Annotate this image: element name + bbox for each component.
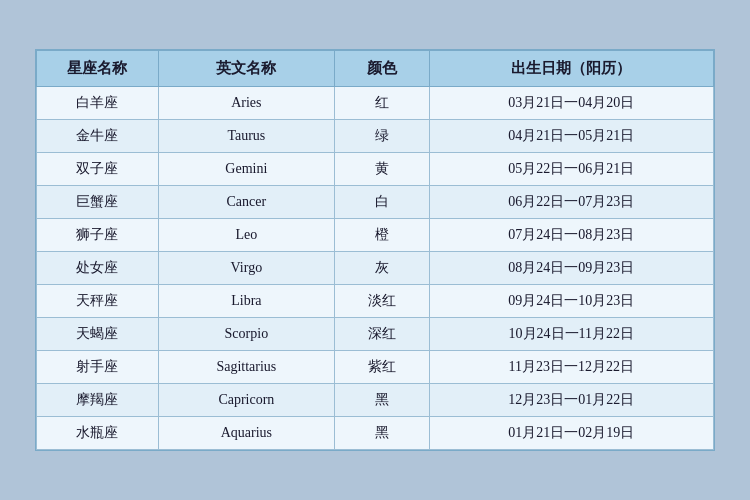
- cell-english: Scorpio: [158, 318, 334, 351]
- table-row: 水瓶座Aquarius黑01月21日一02月19日: [37, 417, 714, 450]
- cell-color: 橙: [334, 219, 429, 252]
- zodiac-table: 星座名称 英文名称 颜色 出生日期（阳历） 白羊座Aries红03月21日一04…: [36, 50, 714, 450]
- cell-english: Taurus: [158, 120, 334, 153]
- cell-date: 05月22日一06月21日: [429, 153, 713, 186]
- cell-date: 12月23日一01月22日: [429, 384, 713, 417]
- cell-color: 紫红: [334, 351, 429, 384]
- cell-color: 黄: [334, 153, 429, 186]
- cell-chinese: 双子座: [37, 153, 159, 186]
- cell-english: Sagittarius: [158, 351, 334, 384]
- cell-chinese: 摩羯座: [37, 384, 159, 417]
- header-chinese: 星座名称: [37, 51, 159, 87]
- cell-chinese: 金牛座: [37, 120, 159, 153]
- cell-color: 红: [334, 87, 429, 120]
- header-date: 出生日期（阳历）: [429, 51, 713, 87]
- cell-chinese: 狮子座: [37, 219, 159, 252]
- cell-date: 11月23日一12月22日: [429, 351, 713, 384]
- cell-date: 04月21日一05月21日: [429, 120, 713, 153]
- header-english: 英文名称: [158, 51, 334, 87]
- table-body: 白羊座Aries红03月21日一04月20日金牛座Taurus绿04月21日一0…: [37, 87, 714, 450]
- cell-date: 06月22日一07月23日: [429, 186, 713, 219]
- cell-chinese: 巨蟹座: [37, 186, 159, 219]
- table-row: 摩羯座Capricorn黑12月23日一01月22日: [37, 384, 714, 417]
- cell-date: 01月21日一02月19日: [429, 417, 713, 450]
- table-row: 双子座Gemini黄05月22日一06月21日: [37, 153, 714, 186]
- cell-color: 淡红: [334, 285, 429, 318]
- table-header-row: 星座名称 英文名称 颜色 出生日期（阳历）: [37, 51, 714, 87]
- cell-english: Leo: [158, 219, 334, 252]
- cell-date: 08月24日一09月23日: [429, 252, 713, 285]
- cell-chinese: 天蝎座: [37, 318, 159, 351]
- cell-date: 10月24日一11月22日: [429, 318, 713, 351]
- table-row: 处女座Virgo灰08月24日一09月23日: [37, 252, 714, 285]
- cell-english: Virgo: [158, 252, 334, 285]
- cell-color: 黑: [334, 384, 429, 417]
- table-row: 射手座Sagittarius紫红11月23日一12月22日: [37, 351, 714, 384]
- cell-chinese: 白羊座: [37, 87, 159, 120]
- cell-chinese: 天秤座: [37, 285, 159, 318]
- cell-date: 03月21日一04月20日: [429, 87, 713, 120]
- cell-date: 09月24日一10月23日: [429, 285, 713, 318]
- cell-color: 深红: [334, 318, 429, 351]
- table-row: 白羊座Aries红03月21日一04月20日: [37, 87, 714, 120]
- cell-chinese: 射手座: [37, 351, 159, 384]
- table-row: 天蝎座Scorpio深红10月24日一11月22日: [37, 318, 714, 351]
- cell-color: 绿: [334, 120, 429, 153]
- cell-color: 灰: [334, 252, 429, 285]
- cell-chinese: 处女座: [37, 252, 159, 285]
- cell-color: 黑: [334, 417, 429, 450]
- zodiac-table-container: 星座名称 英文名称 颜色 出生日期（阳历） 白羊座Aries红03月21日一04…: [35, 49, 715, 451]
- cell-date: 07月24日一08月23日: [429, 219, 713, 252]
- cell-english: Gemini: [158, 153, 334, 186]
- header-color: 颜色: [334, 51, 429, 87]
- cell-english: Aries: [158, 87, 334, 120]
- table-row: 巨蟹座Cancer白06月22日一07月23日: [37, 186, 714, 219]
- cell-english: Cancer: [158, 186, 334, 219]
- cell-color: 白: [334, 186, 429, 219]
- cell-english: Capricorn: [158, 384, 334, 417]
- table-row: 天秤座Libra淡红09月24日一10月23日: [37, 285, 714, 318]
- cell-english: Libra: [158, 285, 334, 318]
- cell-chinese: 水瓶座: [37, 417, 159, 450]
- table-row: 金牛座Taurus绿04月21日一05月21日: [37, 120, 714, 153]
- table-row: 狮子座Leo橙07月24日一08月23日: [37, 219, 714, 252]
- cell-english: Aquarius: [158, 417, 334, 450]
